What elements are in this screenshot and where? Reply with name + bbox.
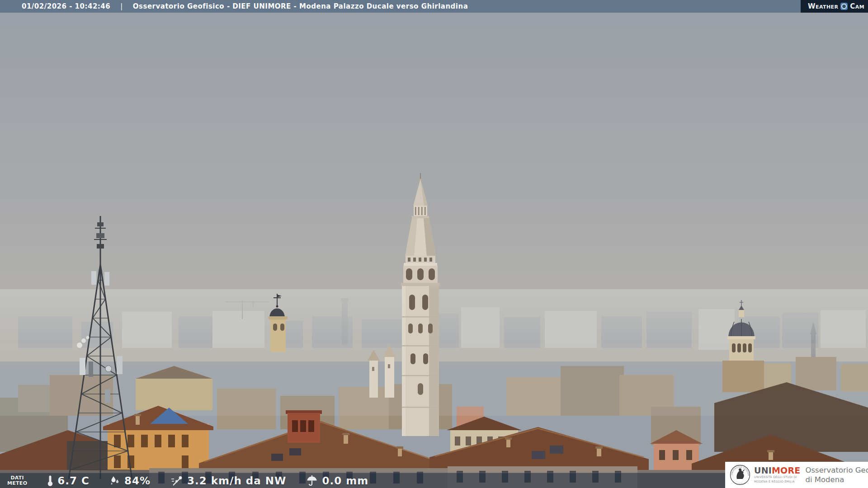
precipitation-reading: 0.0 mm bbox=[306, 475, 368, 487]
unimore-more-text: MORE bbox=[772, 465, 800, 475]
observatory-name-line2: di Modena bbox=[805, 475, 868, 484]
camera-title: Osservatorio Geofisico - DIEF UNIMORE - … bbox=[133, 2, 468, 10]
webcam-viewer: 01/02/2026 - 10:42:46 | Osservatorio Geo… bbox=[0, 0, 868, 488]
temperature-value: 6.7 C bbox=[57, 475, 90, 487]
umbrella-icon bbox=[306, 475, 318, 487]
svg-text:1175: 1175 bbox=[737, 483, 743, 485]
precipitation-value: 0.0 mm bbox=[322, 475, 368, 487]
antenna-dish bbox=[105, 366, 112, 372]
weathercam-word2: Cam bbox=[850, 0, 864, 13]
unimore-wordmark: UNIMORE UNIVERSITÀ DEGLI STUDI DI MODENA… bbox=[754, 466, 800, 483]
camera-lens-icon bbox=[840, 3, 848, 10]
humidity-reading: 84% bbox=[109, 475, 151, 487]
unimore-subtitle-line1: UNIVERSITÀ DEGLI STUDI DI bbox=[754, 476, 800, 479]
datetime-label: 01/02/2026 - 10:42:46 bbox=[22, 2, 110, 10]
humidity-icon bbox=[109, 475, 120, 486]
wind-value: 3.2 km/h da NW bbox=[187, 475, 286, 487]
weathercam-word1: Weather bbox=[808, 0, 838, 13]
unimore-uni-text: UNI bbox=[754, 465, 772, 475]
observatory-name-line1: Osservatorio Geofisico bbox=[805, 465, 868, 475]
thermometer-icon bbox=[47, 475, 53, 487]
header-bar: 01/02/2026 - 10:42:46 | Osservatorio Geo… bbox=[0, 0, 868, 13]
unimore-logo-box: UNIVERSITAS STUDIORUM MUTINENSIS ET REGI… bbox=[725, 462, 868, 488]
dati-meteo-label: DATI METEO bbox=[7, 475, 27, 486]
unimore-subtitle-line2: MODENA E REGGIO EMILIA bbox=[754, 480, 800, 484]
webcam-photo bbox=[0, 0, 868, 488]
weathercam-logo: Weather Cam bbox=[801, 0, 868, 13]
observatory-name: Osservatorio Geofisico di Modena bbox=[805, 465, 868, 484]
temperature-reading: 6.7 C bbox=[47, 475, 90, 487]
wind-reading: 3.2 km/h da NW bbox=[170, 475, 286, 487]
wind-icon bbox=[170, 475, 183, 487]
header-separator: | bbox=[120, 2, 123, 10]
humidity-value: 84% bbox=[124, 475, 151, 487]
unimore-seal: UNIVERSITAS STUDIORUM MUTINENSIS ET REGI… bbox=[729, 464, 751, 486]
